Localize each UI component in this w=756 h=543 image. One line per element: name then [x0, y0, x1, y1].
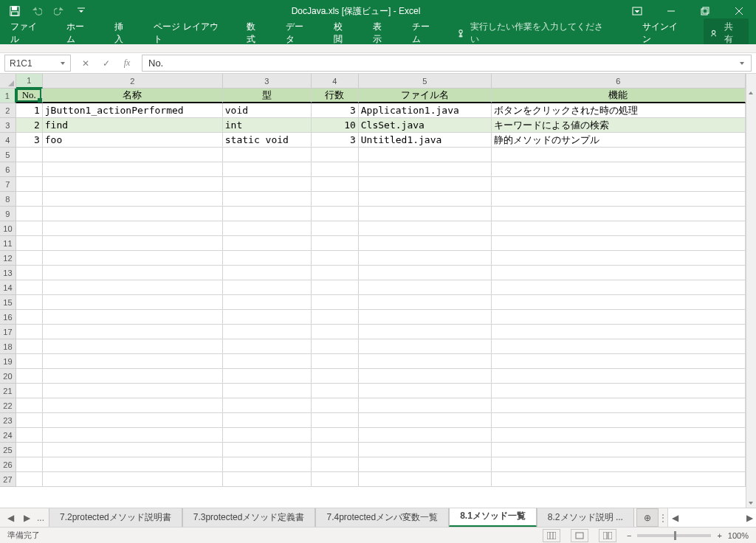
- sheet-tab[interactable]: 8.2メソッド説明 ...: [537, 508, 634, 527]
- cell[interactable]: [43, 428, 223, 443]
- cell[interactable]: [312, 339, 359, 354]
- cell[interactable]: [43, 266, 223, 280]
- row-header[interactable]: 17: [0, 325, 16, 339]
- row-header[interactable]: 15: [0, 295, 16, 310]
- cell[interactable]: 1: [16, 103, 43, 118]
- cell[interactable]: [312, 266, 359, 280]
- tell-me-search[interactable]: 実行したい作業を入力してください: [457, 21, 607, 46]
- cell[interactable]: キーワードによる値の検索: [492, 118, 746, 133]
- cell[interactable]: [492, 369, 746, 384]
- cell[interactable]: Application1.java: [359, 103, 492, 118]
- cell[interactable]: [16, 295, 43, 310]
- sheet-tab[interactable]: 7.4protectedメンバ変数一覧: [315, 508, 449, 527]
- cell[interactable]: [16, 236, 43, 251]
- ribbon-tab-2[interactable]: 挿入: [111, 22, 134, 44]
- cell[interactable]: [359, 266, 492, 280]
- share-button[interactable]: 共有: [704, 18, 749, 48]
- cell[interactable]: [16, 325, 43, 339]
- cell[interactable]: [492, 266, 746, 280]
- cell[interactable]: [43, 398, 223, 413]
- cell[interactable]: [43, 413, 223, 428]
- cell[interactable]: [223, 266, 312, 280]
- cell[interactable]: [16, 457, 43, 472]
- cell[interactable]: [16, 148, 43, 162]
- scroll-right-icon[interactable]: ▶: [744, 513, 755, 523]
- row-header[interactable]: 23: [0, 413, 16, 428]
- cell[interactable]: ClsSet.java: [359, 118, 492, 133]
- cell[interactable]: [223, 472, 312, 487]
- cell[interactable]: [16, 428, 43, 443]
- column-header[interactable]: 2: [43, 74, 223, 89]
- cell[interactable]: [312, 325, 359, 339]
- cell[interactable]: [223, 443, 312, 457]
- row-header[interactable]: 8: [0, 192, 16, 207]
- cell[interactable]: No.: [16, 89, 43, 103]
- cell[interactable]: [223, 162, 312, 177]
- qat-customize-icon[interactable]: [71, 1, 92, 21]
- cell[interactable]: [359, 325, 492, 339]
- row-header[interactable]: 16: [0, 310, 16, 325]
- cell[interactable]: 機能: [492, 89, 746, 103]
- cell[interactable]: static void: [223, 133, 312, 148]
- chevron-down-icon[interactable]: [60, 60, 66, 66]
- cell[interactable]: [359, 369, 492, 384]
- zoom-in-button[interactable]: +: [717, 531, 721, 540]
- ribbon-display-options-icon[interactable]: [620, 0, 654, 22]
- cell[interactable]: [492, 398, 746, 413]
- cell[interactable]: [43, 310, 223, 325]
- horizontal-scrollbar[interactable]: ◀ ▶: [667, 508, 756, 527]
- row-header[interactable]: 26: [0, 457, 16, 472]
- cell[interactable]: ボタンをクリックされた時の処理: [492, 103, 746, 118]
- cell[interactable]: [223, 457, 312, 472]
- cell[interactable]: [43, 177, 223, 192]
- formula-bar-input[interactable]: No.: [142, 55, 752, 72]
- view-page-break-icon[interactable]: [599, 529, 616, 542]
- column-header[interactable]: 6: [492, 74, 746, 89]
- cell[interactable]: [43, 295, 223, 310]
- row-header[interactable]: 11: [0, 236, 16, 251]
- view-normal-icon[interactable]: [543, 529, 560, 542]
- row-header[interactable]: 6: [0, 162, 16, 177]
- scroll-down-icon[interactable]: [748, 500, 754, 506]
- cell[interactable]: [312, 280, 359, 295]
- cell[interactable]: [492, 251, 746, 266]
- cell[interactable]: [43, 339, 223, 354]
- sheet-tab[interactable]: 8.1メソッド一覧: [449, 508, 537, 527]
- ribbon-tab-0[interactable]: ファイル: [7, 22, 47, 44]
- cell[interactable]: [312, 310, 359, 325]
- row-header[interactable]: 1: [0, 89, 16, 103]
- cell[interactable]: [359, 354, 492, 369]
- cell[interactable]: [359, 384, 492, 398]
- cell[interactable]: [492, 428, 746, 443]
- cell[interactable]: [223, 236, 312, 251]
- cell[interactable]: [359, 457, 492, 472]
- save-icon[interactable]: [4, 1, 25, 21]
- cell[interactable]: ファイル名: [359, 89, 492, 103]
- cell[interactable]: [359, 443, 492, 457]
- cell[interactable]: [312, 457, 359, 472]
- ribbon-tab-4[interactable]: 数式: [244, 22, 267, 44]
- cell[interactable]: [492, 325, 746, 339]
- cell[interactable]: 静的メソッドのサンプル: [492, 133, 746, 148]
- cell[interactable]: [43, 384, 223, 398]
- ribbon-tab-8[interactable]: チーム: [409, 22, 441, 44]
- cell[interactable]: [359, 236, 492, 251]
- cell[interactable]: [43, 162, 223, 177]
- cell[interactable]: [223, 369, 312, 384]
- cell[interactable]: [312, 207, 359, 221]
- cell[interactable]: [43, 472, 223, 487]
- cell[interactable]: [16, 192, 43, 207]
- cell[interactable]: [492, 472, 746, 487]
- cell[interactable]: [312, 354, 359, 369]
- cell[interactable]: [312, 148, 359, 162]
- cell[interactable]: [312, 428, 359, 443]
- minimize-button[interactable]: [654, 0, 688, 22]
- cell[interactable]: [492, 339, 746, 354]
- scroll-left-icon[interactable]: ◀: [670, 513, 680, 523]
- cell[interactable]: [223, 354, 312, 369]
- cell[interactable]: [492, 384, 746, 398]
- cell[interactable]: [492, 413, 746, 428]
- cell[interactable]: [312, 177, 359, 192]
- cell[interactable]: [312, 369, 359, 384]
- column-header[interactable]: 1: [16, 74, 43, 89]
